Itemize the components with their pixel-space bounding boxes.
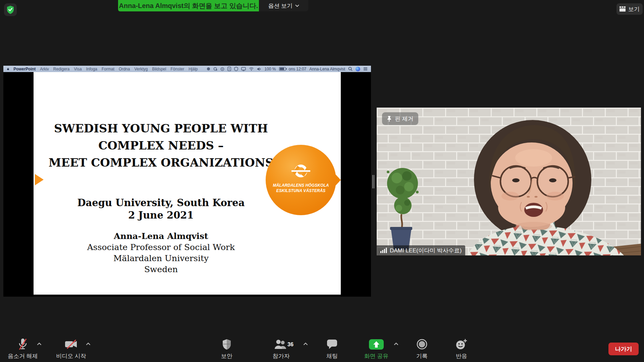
participant-name: DAMI LEE(이다미 박사수료) <box>390 247 462 254</box>
menu-clock: ons 12:07 <box>289 67 307 71</box>
video-options-caret[interactable] <box>86 343 91 346</box>
slide-author-title: Associate Professor of Social Work <box>40 242 282 253</box>
view-options-label: 옵션 보기 <box>268 2 293 10</box>
slide-title-line1: SWEDISH YOUNG PEOPLE WITH <box>40 120 282 137</box>
slide-title: SWEDISH YOUNG PEOPLE WITH COMPLEX NEEDS … <box>40 120 282 171</box>
menu-hjalp: Hjälp <box>189 67 198 71</box>
security-status-button[interactable] <box>4 3 17 16</box>
share-screen-label: 화면 공유 <box>364 352 389 360</box>
participants-count: 36 <box>287 342 293 348</box>
status-info-icon <box>227 67 231 71</box>
microphone-muted-icon <box>18 338 28 350</box>
security-button[interactable]: 보안 <box>207 337 247 360</box>
menu-visa: Visa <box>74 67 82 71</box>
battery-percent: 100 % <box>265 67 276 71</box>
battery-icon <box>279 67 286 71</box>
logo-text: MÄLARDALENS HÖGSKOLA ESKILSTUNA VÄSTERÅS <box>266 183 336 193</box>
status-dot-icon <box>207 67 210 71</box>
shield-check-icon <box>6 5 14 14</box>
logo-bubble-shape <box>266 145 341 215</box>
record-label: 기록 <box>416 352 428 360</box>
view-layout-button[interactable]: 보기 <box>616 3 643 15</box>
menu-fonster: Fönster <box>170 67 184 71</box>
logo-mark-icon <box>290 164 312 180</box>
audio-level-icon <box>380 248 387 253</box>
menu-bildspel: Bildspel <box>152 67 166 71</box>
share-screen-button[interactable]: 화면 공유 <box>356 337 396 360</box>
reactions-label: 반응 <box>456 352 467 360</box>
volume-icon <box>257 67 262 71</box>
start-video-button[interactable]: 비디오 시작 <box>51 337 91 360</box>
share-screen-icon <box>369 339 384 350</box>
mac-menu-bar: PowerPoint Arkiv Redigera Visa Infoga Fo… <box>3 66 371 72</box>
chat-button[interactable]: 채팅 <box>312 337 352 360</box>
chevron-down-icon <box>295 4 299 7</box>
reactions-smiley-icon <box>455 339 468 350</box>
participant-name-tag: DAMI LEE(이다미 박사수료) <box>377 245 465 255</box>
participants-label: 참가자 <box>273 352 290 360</box>
camera-off-icon <box>64 339 78 349</box>
search-icon <box>348 67 353 71</box>
unmute-button[interactable]: 음소거 해제 <box>3 337 43 360</box>
pin-icon <box>387 116 392 122</box>
chat-label: 채팅 <box>326 352 338 360</box>
share-options-caret[interactable] <box>394 343 398 346</box>
meeting-toolbar: 음소거 해제 비디오 시작 보안 <box>0 335 644 362</box>
menu-redigera: Redigera <box>53 67 70 71</box>
slide-venue: Daegu University, South Korea 2 June 202… <box>40 197 282 222</box>
reactions-button[interactable]: 반응 <box>441 337 482 360</box>
menu-format: Format <box>102 67 114 71</box>
status-display-icon <box>241 67 246 71</box>
security-shield-icon <box>222 339 231 350</box>
presentation-slide: SWEDISH YOUNG PEOPLE WITH COMPLEX NEEDS … <box>34 72 341 295</box>
menu-app-name: PowerPoint <box>13 67 36 71</box>
remove-pin-button[interactable]: 핀 제거 <box>382 112 418 125</box>
slide-venue-line2: 2 June 2021 <box>40 209 282 222</box>
slide-title-line2: COMPLEX NEEDS – <box>40 137 282 154</box>
menu-infoga: Infoga <box>86 67 97 71</box>
apple-logo-icon <box>7 67 9 71</box>
logo-text-line2: ESKILSTUNA VÄSTERÅS <box>270 188 332 193</box>
menu-ordna: Ordna <box>119 67 130 71</box>
start-video-label: 비디오 시작 <box>56 352 86 360</box>
status-badge-icon <box>234 67 238 71</box>
control-center-icon <box>363 67 368 71</box>
unmute-label: 음소거 해제 <box>8 352 38 360</box>
slide-author-block: Anna-Lena Almqvist Associate Professor o… <box>40 231 282 275</box>
chat-bubble-icon <box>327 339 337 349</box>
view-button-label: 보기 <box>628 5 640 13</box>
menu-user-name: Anna-Lena Almqvist <box>309 67 345 71</box>
participants-button[interactable]: 참가자 36 <box>261 337 301 360</box>
record-button[interactable]: 기록 <box>402 337 442 360</box>
university-logo: MÄLARDALENS HÖGSKOLA ESKILSTUNA VÄSTERÅS <box>266 145 341 215</box>
status-camera-icon <box>213 67 217 71</box>
panel-resize-handle[interactable] <box>372 175 375 188</box>
menu-verktyg: Verktyg <box>134 67 148 71</box>
layout-grid-icon <box>620 6 626 12</box>
logo-text-line1: MÄLARDALENS HÖGSKOLA <box>270 183 332 188</box>
menu-arkiv: Arkiv <box>40 67 49 71</box>
wifi-icon <box>249 67 254 71</box>
security-label: 보안 <box>221 352 232 360</box>
participants-options-caret[interactable] <box>303 343 308 346</box>
video-scene <box>377 108 641 255</box>
remove-pin-label: 핀 제거 <box>395 115 414 123</box>
participant-video-tile[interactable]: 핀 제거 DAMI LEE(이다미 박사수료) <box>377 108 641 255</box>
slide-author-name: Anna-Lena Almqvist <box>40 231 282 242</box>
slide-arrow-bullet <box>35 174 44 185</box>
slide-venue-line1: Daegu University, South Korea <box>40 197 282 209</box>
participants-icon <box>274 340 288 349</box>
shared-screen-region: PowerPoint Arkiv Redigera Visa Infoga Fo… <box>3 66 371 297</box>
slide-author-university: Mälardalen University <box>40 253 282 264</box>
unmute-options-caret[interactable] <box>37 343 42 346</box>
slide-title-line3: MEET COMPLEX ORGANIZATIONS <box>40 154 282 171</box>
record-icon <box>416 339 428 350</box>
leave-meeting-button[interactable]: 나가기 <box>608 343 639 355</box>
status-at-icon <box>220 67 224 71</box>
banner-text: Anna-Lena Almqvist의 화면을 보고 있습니다. <box>119 1 258 10</box>
slide-author-country: Sweden <box>40 264 282 275</box>
viewing-screen-banner: Anna-Lena Almqvist의 화면을 보고 있습니다. <box>118 0 259 11</box>
view-options-dropdown[interactable]: 옵션 보기 <box>259 0 308 11</box>
siri-icon <box>356 67 360 71</box>
